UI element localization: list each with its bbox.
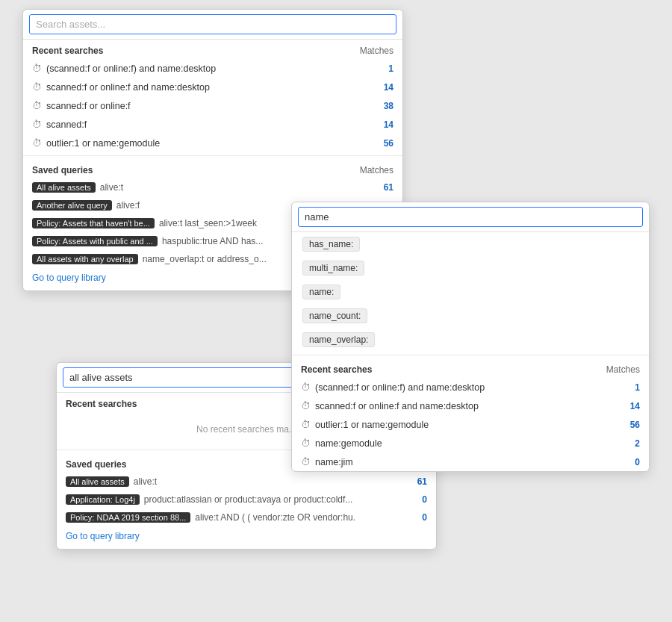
saved-query-text: alive:t AND ( ( vendor:zte OR vendor:hu. [195,512,355,523]
saved-tag: All assets with any overlap [32,254,138,264]
clock-icon: ⏱ [301,438,311,449]
saved-item[interactable]: All alive assets alive:t 61 [23,178,402,196]
saved-tag: All alive assets [66,476,129,487]
suggestion-item[interactable]: name_overlap: [292,328,649,352]
suggestion-keyword: has_name: [302,237,360,252]
recent-item[interactable]: ⏱ outlier:1 or name:gemodule 56 [292,415,649,434]
saved-queries-title: Saved queries [66,459,126,470]
match-count: 14 [384,119,393,130]
match-count: 14 [384,82,393,93]
clock-icon: ⏱ [301,382,311,393]
saved-query-text: alive:t [100,182,123,193]
match-count: 0 [635,457,640,467]
recent-searches-title: Recent searches [301,364,372,375]
recent-item[interactable]: ⏱ scanned:f or online:f 38 [23,96,402,115]
matches-label: Matches [606,364,640,375]
recent-searches-header: Recent searches Matches [23,40,402,59]
match-count: 56 [384,138,393,149]
recent-item[interactable]: ⏱ (scanned:f or online:f) and name:deskt… [292,378,649,396]
recent-item[interactable]: ⏱ name:jim 0 [292,452,649,471]
recent-item-text: scanned:f [46,119,87,130]
saved-tag: Policy: NDAA 2019 section 88... [66,512,190,523]
saved-query-text: product:atlassian or product:avaya or pr… [144,494,353,505]
autocomplete-panel: has_name: multi_name: name: name_count: … [291,202,650,472]
recent-item-text: outlier:1 or name:gemodule [315,420,429,430]
recent-searches-header: Recent searches Matches [292,358,649,378]
recent-item-text: scanned:f or online:f and name:desktop [315,401,479,411]
clock-icon: ⏱ [32,63,42,74]
recent-item[interactable]: ⏱ scanned:f or online:f and name:desktop… [292,396,649,415]
recent-item-text: scanned:f or online:f and name:desktop [46,82,210,93]
recent-item-text: (scanned:f or online:f) and name:desktop [315,382,485,393]
recent-searches-title: Recent searches [32,46,103,56]
suggestion-keyword: name_overlap: [302,332,375,347]
main-search-input[interactable] [29,14,396,34]
recent-matches-label: Matches [360,46,393,56]
match-count: 61 [417,476,427,487]
saved-query-text: name_overlap:t or address_o... [143,254,267,264]
divider [292,355,649,355]
clock-icon: ⏱ [301,400,311,411]
saved-item[interactable]: All alive assets alive:t 61 [57,473,436,491]
saved-item[interactable]: Application: Log4j product:atlassian or … [57,491,436,509]
match-count: 2 [635,438,640,449]
suggestion-item[interactable]: name_count: [292,304,649,328]
recent-item-text: name:jim [315,457,353,467]
saved-tag: Another alive query [32,200,112,211]
match-count: 0 [422,494,427,505]
recent-searches-title: Recent searches [66,399,137,409]
saved-queries-header: Saved queries Matches [23,159,402,178]
match-count: 0 [422,512,427,523]
search-input-wrapper [23,10,402,40]
saved-tag: Application: Log4j [66,494,140,505]
match-count: 56 [630,420,640,430]
saved-tag: Policy: Assets with public and ... [32,236,158,246]
name-search-input[interactable] [298,207,643,227]
go-to-library-link[interactable]: Go to query library [57,526,436,549]
clock-icon: ⏱ [32,81,42,93]
suggestion-item[interactable]: name: [292,280,649,304]
match-count: 1 [388,63,393,74]
suggestion-item[interactable]: has_name: [292,232,649,256]
saved-tag: Policy: Assets that haven't be... [32,218,155,228]
recent-item[interactable]: ⏱ outlier:1 or name:gemodule 56 [23,134,402,152]
match-count: 1 [635,382,640,393]
clock-icon: ⏱ [301,419,311,430]
saved-query-text: haspublic:true AND has... [162,236,263,246]
match-count: 14 [630,401,640,411]
suggestion-keyword: name: [302,284,340,299]
saved-item[interactable]: Policy: NDAA 2019 section 88... alive:t … [57,509,436,526]
divider [23,155,402,156]
saved-matches-label: Matches [360,165,393,175]
name-search-input-wrapper [292,202,649,232]
suggestion-keyword: name_count: [302,308,367,323]
recent-item[interactable]: ⏱ scanned:f 14 [23,115,402,134]
saved-queries-title: Saved queries [32,165,93,175]
suggestion-keyword: multi_name: [302,261,364,276]
saved-query-text: alive:f [116,200,140,211]
recent-item-text: scanned:f or online:f [46,101,131,111]
recent-item-text: name:gemodule [315,438,382,449]
clock-icon: ⏱ [301,456,311,467]
saved-tag: All alive assets [32,182,96,193]
recent-item-text: (scanned:f or online:f) and name:desktop [46,63,216,74]
match-count: 38 [384,101,393,111]
recent-item[interactable]: ⏱ name:gemodule 2 [292,434,649,452]
saved-query-text: alive:t last_seen:>1week [159,218,257,228]
match-count: 61 [384,182,393,193]
clock-icon: ⏱ [32,100,42,111]
clock-icon: ⏱ [32,119,42,130]
saved-query-text: alive:t [134,476,157,487]
recent-item[interactable]: ⏱ scanned:f or online:f and name:desktop… [23,78,402,96]
recent-item-text: outlier:1 or name:gemodule [46,138,160,149]
clock-icon: ⏱ [32,137,42,149]
recent-item[interactable]: ⏱ (scanned:f or online:f) and name:deskt… [23,59,402,78]
suggestion-item[interactable]: multi_name: [292,256,649,280]
